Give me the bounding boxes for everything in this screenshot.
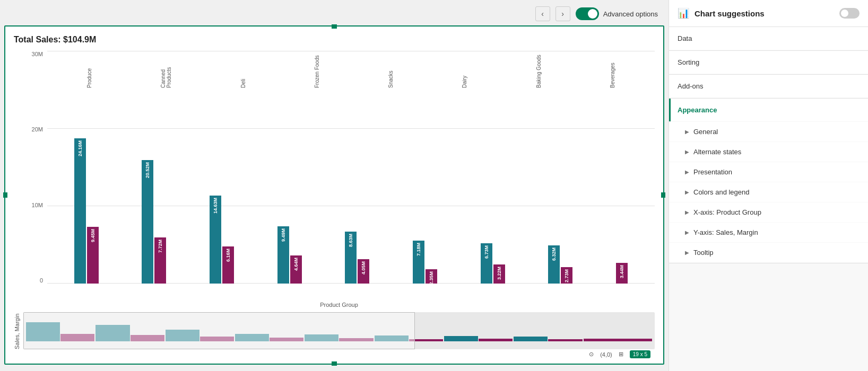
y-axis-label: Sales, Margin <box>14 51 20 349</box>
bar-teal-7[interactable]: 6.32M <box>548 245 560 284</box>
bar-group-0: 24.16M9.45M <box>74 138 99 284</box>
bar-teal-3[interactable]: 9.49M <box>277 226 289 284</box>
panel-section-data[interactable]: Data <box>669 27 868 51</box>
main-area: ‹ › Advanced options Total Sales: $104.9… <box>0 0 669 371</box>
sidebar-item-alternate-states[interactable]: ▶ Alternate states <box>669 142 868 162</box>
resize-handle-top[interactable] <box>332 24 337 29</box>
sorting-label: Sorting <box>678 58 699 66</box>
panel-toggle[interactable] <box>839 8 860 19</box>
mini-group-8 <box>584 339 652 341</box>
y-axis: 30M 20M 10M 0 <box>23 51 47 299</box>
x-axis-label: X-axis: Product Group <box>693 208 761 216</box>
bar-maroon-label-1: 7.72M <box>158 240 163 253</box>
addons-label: Add-ons <box>678 82 703 90</box>
sidebar-item-general[interactable]: ▶ General <box>669 122 868 142</box>
x-label-2: Deli <box>240 51 246 88</box>
sidebar-item-colors-legend[interactable]: ▶ Colors and legend <box>669 182 868 202</box>
x-axis-title: Product Group <box>23 299 655 310</box>
y-tick-20m: 20M <box>32 126 43 132</box>
general-label: General <box>693 128 718 136</box>
sidebar-item-sorting[interactable]: Sorting <box>669 51 868 74</box>
resize-handle-right[interactable] <box>661 192 665 198</box>
y-tick-0: 0 <box>40 277 43 284</box>
bar-teal-label-3: 9.49M <box>281 228 286 242</box>
bar-maroon-4[interactable]: 4.05M <box>358 259 369 284</box>
bar-maroon-5[interactable]: 2.35M <box>426 269 437 284</box>
bar-teal-4[interactable]: 8.63M <box>345 232 357 284</box>
bars-area: 24.16M9.45M20.52M7.72M14.63M6.16M9.49M4.… <box>47 51 655 299</box>
resize-handle-left[interactable] <box>3 192 7 198</box>
colors-chevron-icon: ▶ <box>685 189 689 195</box>
panel-section-sorting[interactable]: Sorting <box>669 51 868 75</box>
minimap[interactable] <box>23 312 655 349</box>
bar-maroon-2[interactable]: 6.16M <box>222 246 234 284</box>
bar-maroon-3[interactable]: 4.64M <box>290 255 302 284</box>
bar-maroon-0[interactable]: 9.45M <box>87 227 99 284</box>
bar-teal-2[interactable]: 14.63M <box>210 196 221 284</box>
sidebar-item-y-axis[interactable]: ▶ Y-axis: Sales, Margin <box>669 223 868 242</box>
x-label-4: Snacks <box>388 51 394 88</box>
bar-maroon-label-2: 6.16M <box>225 249 231 262</box>
x-label-1: Canned Products <box>160 51 172 88</box>
bar-maroon-8[interactable]: 3.44M <box>616 263 628 284</box>
sidebar-item-tooltip[interactable]: ▶ Tooltip <box>669 243 868 262</box>
grid-icon: ⊞ <box>619 351 623 358</box>
prev-button[interactable]: ‹ <box>535 6 550 21</box>
bar-group-1: 20.52M7.72M <box>142 160 166 284</box>
minimap-viewport[interactable] <box>23 312 415 349</box>
bars-row: 24.16M9.45M20.52M7.72M14.63M6.16M9.49M4.… <box>47 51 655 284</box>
right-panel: 📊 Chart suggestions Data Sorting Add-ons… <box>669 0 868 371</box>
panel-header: 📊 Chart suggestions <box>669 0 868 27</box>
bar-group-4: 8.63M4.05M <box>345 232 369 284</box>
bar-teal-label-6: 6.73M <box>484 245 489 259</box>
colors-label: Colors and legend <box>693 188 750 196</box>
bar-maroon-1[interactable]: 7.72M <box>154 237 166 284</box>
x-axis-chevron-icon: ▶ <box>685 209 689 215</box>
sidebar-item-data[interactable]: Data <box>669 27 868 50</box>
bar-maroon-6[interactable]: 3.22M <box>493 264 505 284</box>
sidebar-item-x-axis[interactable]: ▶ X-axis: Product Group <box>669 202 868 222</box>
bar-maroon-label-0: 9.45M <box>90 229 96 242</box>
presentation-label: Presentation <box>693 168 732 176</box>
mini-maroon-6 <box>479 339 513 341</box>
bar-group-5: 7.18M2.35M <box>413 241 437 284</box>
bar-teal-1[interactable]: 20.52M <box>142 160 153 284</box>
advanced-options-toggle[interactable] <box>576 7 599 20</box>
general-chevron-icon: ▶ <box>685 129 689 135</box>
sidebar-item-presentation[interactable]: ▶ Presentation <box>669 162 868 182</box>
bar-group-2: 14.63M6.16M <box>210 196 234 284</box>
sidebar-item-addons[interactable]: Add-ons <box>669 75 868 98</box>
panel-section-appearance[interactable]: Appearance ▶ General ▶ Alternate states … <box>669 99 868 263</box>
coordinates-value: (4,0) <box>600 351 612 358</box>
bar-pair-2: 14.63M6.16M <box>210 196 234 284</box>
bar-pair-3: 9.49M4.64M <box>277 226 302 284</box>
x-label-5: Dairy <box>462 51 467 88</box>
bar-pair-4: 8.63M4.05M <box>345 232 369 284</box>
x-label-7: Beverages <box>610 51 615 88</box>
bar-teal-label-4: 8.63M <box>348 234 353 247</box>
status-bar: ⊙ (4,0) ⊞ 19 x 5 <box>14 349 655 359</box>
sidebar-item-appearance[interactable]: Appearance <box>669 99 868 121</box>
coordinates-icon: ⊙ <box>589 351 594 358</box>
bar-teal-5[interactable]: 7.18M <box>413 241 424 284</box>
bar-teal-label-0: 24.16M <box>77 140 83 156</box>
y-axis-chevron-icon: ▶ <box>685 229 689 235</box>
advanced-options-label: Advanced options <box>603 10 658 18</box>
chart-title: Total Sales: $104.9M <box>14 35 655 45</box>
bar-pair-1: 20.52M7.72M <box>142 160 166 284</box>
bar-maroon-label-4: 4.05M <box>361 261 366 275</box>
bar-pair-5: 7.18M2.35M <box>413 241 437 284</box>
resize-handle-bottom[interactable] <box>332 361 337 366</box>
bar-pair-7: 6.32M2.73M <box>548 245 572 284</box>
bar-teal-0[interactable]: 24.16M <box>74 138 86 284</box>
presentation-chevron-icon: ▶ <box>685 169 689 175</box>
mini-group-7 <box>514 337 582 341</box>
bar-teal-6[interactable]: 6.73M <box>481 243 492 284</box>
bar-pair-0: 24.16M9.45M <box>74 138 99 284</box>
bar-maroon-7[interactable]: 2.73M <box>561 267 572 284</box>
mini-teal-6 <box>444 336 478 341</box>
panel-section-addons[interactable]: Add-ons <box>669 75 868 99</box>
y-axis-label-panel: Y-axis: Sales, Margin <box>693 228 758 236</box>
next-button[interactable]: › <box>555 6 570 21</box>
bar-pair-8: 3.44M <box>616 263 628 284</box>
